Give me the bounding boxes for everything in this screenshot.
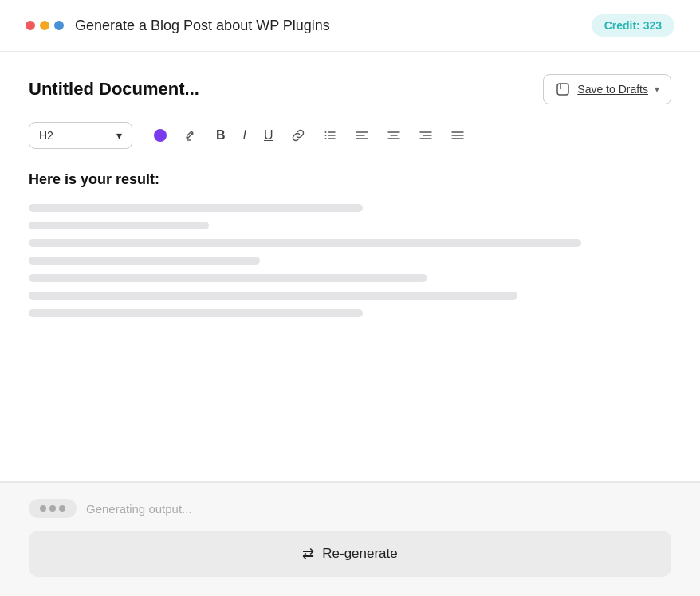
blue-dot bbox=[54, 21, 64, 30]
result-section: Here is your result: bbox=[29, 171, 671, 317]
window-dots bbox=[26, 21, 64, 30]
skeleton-line bbox=[29, 257, 260, 265]
skeleton-line bbox=[29, 292, 517, 300]
heading-chevron-icon: ▾ bbox=[116, 129, 122, 142]
align-left-icon bbox=[355, 128, 369, 143]
regenerate-label: Re-generate bbox=[322, 546, 398, 562]
toolbar-divider bbox=[140, 126, 141, 145]
color-swatch bbox=[154, 129, 167, 142]
highlighter-icon bbox=[184, 128, 199, 143]
save-drafts-button[interactable]: Save to Drafts ▾ bbox=[543, 74, 671, 104]
chevron-down-icon: ▾ bbox=[655, 84, 659, 95]
generating-row: Generating output... bbox=[29, 499, 671, 518]
heading-select[interactable]: H2 ▾ bbox=[29, 122, 132, 149]
svg-point-6 bbox=[324, 131, 326, 133]
credit-badge: Credit: 323 bbox=[592, 14, 674, 37]
align-center-button[interactable] bbox=[382, 125, 406, 146]
skeleton-loader bbox=[29, 204, 671, 317]
page-title: Generate a Blog Post about WP Plugins bbox=[75, 18, 330, 34]
bottom-bar: Generating output... ⇄ Re-generate bbox=[0, 482, 700, 596]
header-left: Generate a Blog Post about WP Plugins bbox=[26, 18, 330, 34]
typing-dot-1 bbox=[40, 505, 46, 512]
skeleton-line bbox=[29, 239, 581, 247]
align-right-icon bbox=[419, 128, 433, 143]
svg-point-7 bbox=[324, 135, 326, 136]
document-section: Untitled Document... Save to Drafts ▾ H2… bbox=[0, 52, 700, 482]
save-drafts-label: Save to Drafts bbox=[577, 83, 648, 96]
underline-button[interactable]: U bbox=[259, 125, 278, 146]
skeleton-line bbox=[29, 222, 209, 229]
align-left-button[interactable] bbox=[350, 125, 374, 146]
typing-indicator bbox=[29, 499, 77, 518]
skeleton-line bbox=[29, 204, 363, 212]
align-right-button[interactable] bbox=[414, 125, 438, 146]
formatting-toolbar: H2 ▾ B I U bbox=[29, 122, 671, 149]
content-area: Untitled Document... Save to Drafts ▾ H2… bbox=[0, 52, 700, 596]
svg-point-8 bbox=[324, 138, 326, 139]
italic-button[interactable]: I bbox=[238, 125, 251, 146]
skeleton-line bbox=[29, 274, 427, 282]
yellow-dot bbox=[40, 21, 49, 30]
typing-dot-3 bbox=[59, 505, 65, 512]
link-icon bbox=[291, 128, 305, 143]
save-icon bbox=[555, 81, 571, 97]
regenerate-button[interactable]: ⇄ Re-generate bbox=[29, 531, 671, 577]
document-title: Untitled Document... bbox=[29, 79, 199, 100]
doc-header-row: Untitled Document... Save to Drafts ▾ bbox=[29, 74, 671, 104]
justify-icon bbox=[450, 128, 465, 143]
result-label: Here is your result: bbox=[29, 171, 671, 188]
align-center-icon bbox=[387, 128, 401, 143]
generating-status-text: Generating output... bbox=[86, 502, 192, 516]
regenerate-icon: ⇄ bbox=[302, 545, 314, 563]
link-button[interactable] bbox=[286, 125, 310, 146]
skeleton-line bbox=[29, 309, 363, 317]
app-header: Generate a Blog Post about WP Plugins Cr… bbox=[0, 0, 700, 52]
bold-button[interactable]: B bbox=[211, 125, 230, 146]
list-icon bbox=[323, 128, 337, 143]
svg-rect-0 bbox=[557, 84, 568, 95]
justify-button[interactable] bbox=[446, 125, 470, 146]
highlight-button[interactable] bbox=[179, 125, 203, 146]
typing-dot-2 bbox=[49, 505, 56, 512]
color-picker-button[interactable] bbox=[149, 126, 171, 145]
red-dot bbox=[26, 21, 35, 30]
heading-value: H2 bbox=[39, 129, 53, 142]
unordered-list-button[interactable] bbox=[318, 125, 342, 146]
